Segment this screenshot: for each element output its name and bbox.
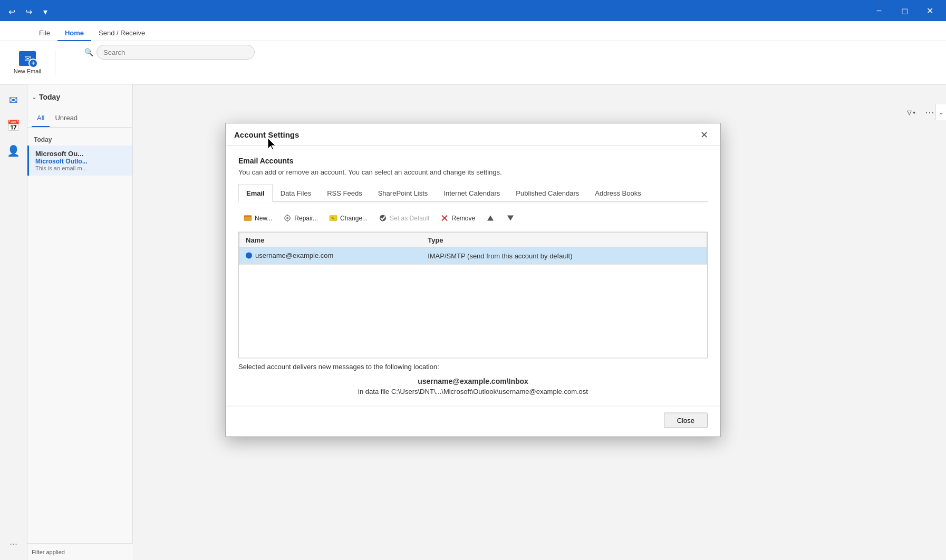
- svg-marker-13: [487, 216, 494, 221]
- filter-tabs: All Unread: [27, 110, 132, 128]
- new-email-button[interactable]: ✉ New Email: [6, 45, 49, 80]
- account-row[interactable]: username@example.com IMAP/SMTP (send fro…: [239, 247, 707, 264]
- change-label: Change...: [340, 215, 368, 222]
- account-table-area: Name Type username@example.com IMAP/SMTP…: [238, 232, 708, 359]
- outlook-titlebar: ↩ ↪ ▾ – ◻ ✕: [0, 0, 946, 21]
- svg-point-10: [380, 215, 386, 221]
- remove-account-button[interactable]: Remove: [435, 211, 480, 226]
- remove-icon: [440, 214, 449, 223]
- account-name-cell: username@example.com: [239, 247, 422, 264]
- account-default-dot: [246, 252, 252, 258]
- dialog-tab-address-books[interactable]: Address Books: [587, 185, 649, 202]
- account-type-cell: IMAP/SMTP (send from this account by def…: [421, 247, 707, 264]
- move-up-button[interactable]: [481, 211, 500, 226]
- dialog-tab-bar: Email Data Files RSS Feeds SharePoint Li…: [238, 185, 708, 202]
- filter-tab-unread[interactable]: Unread: [50, 110, 83, 127]
- col-name-header: Name: [239, 233, 422, 247]
- change-account-button[interactable]: ✎ Change...: [324, 211, 372, 226]
- set-default-label: Set as Default: [390, 215, 429, 222]
- email-list-item[interactable]: Microsoft Ou... Microsoft Outlo... This …: [27, 146, 132, 176]
- tab-file[interactable]: File: [32, 26, 57, 41]
- account-settings-dialog: Account Settings ✕ Email Accounts You ca…: [225, 123, 721, 437]
- folder-header: ⌄ Today: [27, 84, 132, 110]
- email-list: Today Microsoft Ou... Microsoft Outlo...…: [27, 128, 132, 180]
- repair-account-button[interactable]: Repair...: [278, 211, 323, 226]
- remove-label: Remove: [451, 215, 475, 222]
- dialog-tab-sharepoint-lists[interactable]: SharePoint Lists: [370, 185, 436, 202]
- nav-icon-mail[interactable]: ✉: [2, 89, 25, 112]
- svg-point-3: [286, 217, 288, 219]
- scroll-chevron[interactable]: ⌄: [935, 104, 946, 120]
- account-email: username@example.com: [255, 252, 333, 259]
- window-close-button[interactable]: ✕: [918, 2, 942, 19]
- dialog-titlebar: Account Settings ✕: [226, 124, 720, 146]
- new-account-label: New...: [255, 215, 272, 222]
- redo-button[interactable]: ↪: [21, 4, 36, 19]
- email-sender: Microsoft Ou...: [35, 150, 126, 158]
- account-table: Name Type username@example.com IMAP/SMTP…: [239, 233, 707, 265]
- delivery-location: username@example.com\Inbox: [238, 377, 708, 385]
- nav-more-dots[interactable]: ···: [9, 538, 17, 549]
- delivery-info: Selected account delivers new messages t…: [238, 363, 708, 395]
- new-email-label: New Email: [14, 68, 42, 74]
- ribbon: 🔍 File Home Send / Receive ✉ New Email ▿…: [0, 21, 946, 84]
- filter-dropdown-arrow: ▾: [913, 110, 915, 115]
- dialog-body: Email Accounts You can add or remove an …: [226, 146, 720, 406]
- ribbon-separator: [55, 50, 55, 75]
- svg-rect-1: [244, 217, 252, 218]
- filter-button[interactable]: ▿ ▾: [904, 104, 919, 120]
- dialog-tab-rss-feeds[interactable]: RSS Feeds: [319, 185, 370, 202]
- ribbon-tab-bar: File Home Send / Receive: [0, 21, 946, 41]
- move-down-icon: [506, 214, 515, 223]
- window-minimize-button[interactable]: –: [867, 2, 891, 19]
- dialog-footer: Close: [226, 406, 720, 437]
- close-dialog-button[interactable]: Close: [664, 413, 708, 428]
- filter-icon: ▿: [907, 107, 912, 118]
- dialog-tab-email[interactable]: Email: [238, 185, 273, 202]
- dialog-tab-published-calendars[interactable]: Published Calendars: [508, 185, 587, 202]
- delivery-label: Selected account delivers new messages t…: [238, 363, 708, 371]
- folder-panel: ⌄ Today All Unread Today Microsoft Ou...…: [27, 84, 133, 560]
- folder-expand-icon[interactable]: ⌄: [32, 93, 37, 101]
- filter-tab-all[interactable]: All: [32, 110, 50, 127]
- move-up-icon: [486, 214, 495, 223]
- email-subject: Microsoft Outlo...: [35, 158, 126, 165]
- more-options-icon: ⋯: [925, 107, 934, 118]
- new-email-icon: ✉: [19, 51, 36, 66]
- ribbon-filter-area: ▿ ▾ ⋯: [904, 104, 938, 120]
- folder-name: Today: [39, 93, 60, 101]
- change-icon: ✎: [329, 214, 338, 223]
- quick-access-dropdown[interactable]: ▾: [38, 4, 53, 19]
- move-down-button[interactable]: [501, 211, 520, 226]
- email-preview: This is an email m...: [35, 165, 126, 171]
- filter-applied-text: Filter applied: [32, 549, 65, 555]
- filter-applied-bar: Filter applied: [27, 543, 133, 560]
- nav-icon-people[interactable]: 👤: [2, 139, 25, 162]
- tab-home[interactable]: Home: [57, 26, 91, 41]
- nav-icon-calendar[interactable]: 📅: [2, 114, 25, 137]
- dialog-section-desc: You can add or remove an account. You ca…: [238, 168, 708, 176]
- window-controls: – ◻ ✕: [867, 2, 942, 19]
- set-default-button[interactable]: Set as Default: [373, 211, 434, 226]
- dialog-close-button[interactable]: ✕: [696, 127, 712, 142]
- tab-send-receive[interactable]: Send / Receive: [91, 26, 152, 41]
- new-account-icon: [243, 214, 253, 223]
- svg-marker-14: [507, 216, 514, 221]
- email-date-header: Today: [27, 132, 132, 146]
- account-icon-group: username@example.com: [246, 252, 333, 259]
- repair-label: Repair...: [294, 215, 318, 222]
- undo-button[interactable]: ↩: [4, 4, 19, 19]
- new-account-button[interactable]: New...: [238, 211, 277, 226]
- dialog-title: Account Settings: [234, 130, 299, 139]
- delivery-file: in data file C:\Users\DNT\...\Microsoft\…: [238, 388, 708, 395]
- dialog-tab-data-files[interactable]: Data Files: [273, 185, 320, 202]
- svg-rect-0: [244, 216, 252, 221]
- search-icon: 🔍: [84, 48, 93, 56]
- dialog-tab-internet-calendars[interactable]: Internet Calendars: [436, 185, 508, 202]
- search-input[interactable]: [96, 45, 255, 60]
- repair-icon: [283, 214, 292, 223]
- window-restore-button[interactable]: ◻: [892, 2, 916, 19]
- dialog-section-title: Email Accounts: [238, 157, 708, 165]
- quick-access-toolbar: ↩ ↪ ▾: [4, 4, 53, 19]
- svg-text:✎: ✎: [331, 216, 335, 221]
